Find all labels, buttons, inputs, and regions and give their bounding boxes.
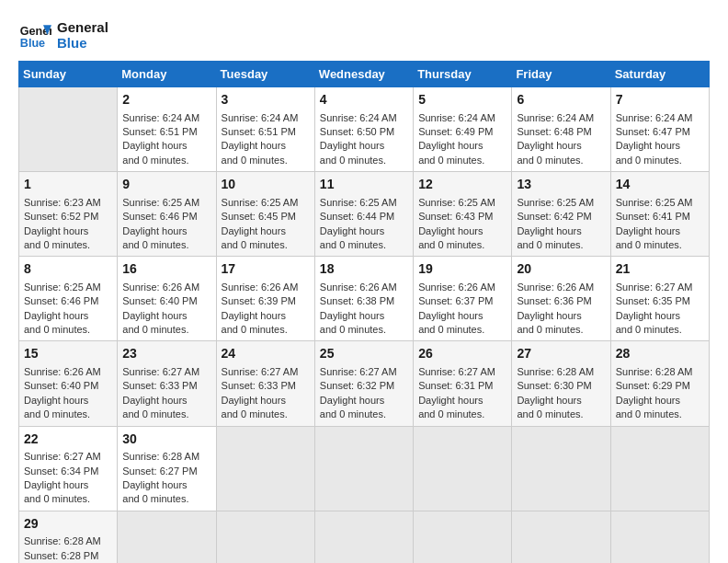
sunset-text: Sunset: 6:42 PM	[517, 211, 591, 222]
calendar-cell	[118, 511, 216, 563]
daylight-suffix: and 0 minutes.	[320, 408, 386, 419]
sunset-text: Sunset: 6:47 PM	[616, 126, 690, 137]
day-number: 18	[320, 260, 408, 279]
daylight-label: Daylight hours	[122, 479, 187, 490]
daylight-label: Daylight hours	[517, 395, 581, 406]
sunset-text: Sunset: 6:45 PM	[222, 211, 296, 222]
calendar-cell: 15Sunrise: 6:26 AMSunset: 6:40 PMDayligh…	[19, 341, 118, 426]
sunset-text: Sunset: 6:29 PM	[616, 380, 690, 391]
daylight-label: Daylight hours	[418, 140, 483, 151]
daylight-suffix: and 0 minutes.	[320, 324, 386, 335]
day-number: 6	[517, 91, 605, 109]
sunrise-text: Sunrise: 6:25 AM	[24, 282, 101, 293]
calendar-cell: 11Sunrise: 6:25 AMSunset: 6:44 PMDayligh…	[314, 172, 413, 257]
calendar-cell: 26Sunrise: 6:27 AMSunset: 6:31 PMDayligh…	[414, 341, 512, 426]
calendar-cell: 5Sunrise: 6:24 AMSunset: 6:49 PMDaylight…	[414, 87, 512, 172]
calendar-cell	[216, 426, 314, 511]
sunset-text: Sunset: 6:43 PM	[418, 211, 493, 222]
day-number: 22	[24, 431, 112, 449]
sunset-text: Sunset: 6:41 PM	[616, 211, 690, 222]
daylight-label: Daylight hours	[517, 310, 581, 321]
day-number: 25	[320, 345, 408, 363]
calendar-cell: 10Sunrise: 6:25 AMSunset: 6:45 PMDayligh…	[216, 172, 314, 257]
calendar-cell: 18Sunrise: 6:26 AMSunset: 6:38 PMDayligh…	[314, 257, 413, 341]
sunset-text: Sunset: 6:46 PM	[24, 295, 98, 306]
logo-blue: Blue	[57, 35, 108, 51]
sunrise-text: Sunrise: 6:25 AM	[418, 197, 495, 208]
calendar-cell: 7Sunrise: 6:24 AMSunset: 6:47 PMDaylight…	[610, 87, 709, 172]
day-number: 20	[517, 260, 605, 279]
daylight-suffix: and 0 minutes.	[24, 408, 90, 419]
daylight-suffix: and 0 minutes.	[418, 408, 484, 419]
calendar-cell	[512, 511, 610, 563]
sunset-text: Sunset: 6:48 PM	[517, 126, 591, 137]
sunrise-text: Sunrise: 6:25 AM	[222, 197, 299, 208]
sunrise-text: Sunrise: 6:26 AM	[222, 282, 299, 293]
daylight-suffix: and 0 minutes.	[616, 239, 682, 250]
day-number: 14	[616, 176, 704, 194]
sunset-text: Sunset: 6:33 PM	[222, 380, 296, 391]
sunrise-text: Sunrise: 6:25 AM	[616, 197, 693, 208]
sunset-text: Sunset: 6:37 PM	[418, 295, 493, 306]
day-number: 12	[418, 176, 506, 194]
daylight-suffix: and 0 minutes.	[24, 239, 90, 250]
day-number: 17	[222, 260, 310, 279]
sunrise-text: Sunrise: 6:26 AM	[517, 282, 594, 293]
calendar-cell: 3Sunrise: 6:24 AMSunset: 6:51 PMDaylight…	[216, 87, 314, 172]
day-header-wednesday: Wednesday	[314, 62, 413, 87]
daylight-label: Daylight hours	[24, 395, 88, 406]
daylight-label: Daylight hours	[122, 310, 187, 321]
day-number: 15	[24, 345, 112, 363]
logo-icon: General Blue	[18, 18, 51, 52]
daylight-label: Daylight hours	[616, 225, 680, 236]
sunrise-text: Sunrise: 6:24 AM	[517, 112, 594, 123]
sunrise-text: Sunrise: 6:27 AM	[320, 366, 397, 377]
daylight-label: Daylight hours	[122, 395, 187, 406]
daylight-suffix: and 0 minutes.	[517, 239, 583, 250]
calendar-week-row: 22Sunrise: 6:27 AMSunset: 6:34 PMDayligh…	[19, 426, 710, 511]
daylight-suffix: and 0 minutes.	[418, 324, 484, 335]
logo: General Blue General Blue	[18, 18, 108, 52]
daylight-label: Daylight hours	[122, 140, 187, 151]
sunrise-text: Sunrise: 6:25 AM	[320, 197, 397, 208]
day-number: 2	[122, 91, 210, 109]
sunset-text: Sunset: 6:32 PM	[320, 380, 394, 391]
day-number: 8	[24, 260, 112, 279]
day-number: 5	[418, 91, 506, 109]
sunrise-text: Sunrise: 6:28 AM	[122, 451, 199, 462]
daylight-label: Daylight hours	[320, 225, 384, 236]
calendar-week-row: 8Sunrise: 6:25 AMSunset: 6:46 PMDaylight…	[19, 257, 710, 341]
calendar-cell	[414, 426, 512, 511]
sunset-text: Sunset: 6:35 PM	[616, 295, 690, 306]
day-number: 11	[320, 176, 408, 194]
daylight-suffix: and 0 minutes.	[24, 493, 90, 504]
sunset-text: Sunset: 6:34 PM	[24, 465, 98, 477]
daylight-label: Daylight hours	[616, 140, 680, 151]
daylight-label: Daylight hours	[222, 225, 286, 236]
sunset-text: Sunset: 6:39 PM	[222, 295, 296, 306]
daylight-label: Daylight hours	[418, 225, 483, 236]
calendar-week-row: 15Sunrise: 6:26 AMSunset: 6:40 PMDayligh…	[19, 341, 710, 426]
sunrise-text: Sunrise: 6:26 AM	[418, 282, 495, 293]
calendar-cell: 20Sunrise: 6:26 AMSunset: 6:36 PMDayligh…	[512, 257, 610, 341]
daylight-suffix: and 0 minutes.	[517, 408, 583, 419]
calendar-cell: 2Sunrise: 6:24 AMSunset: 6:51 PMDaylight…	[118, 87, 216, 172]
sunset-text: Sunset: 6:27 PM	[122, 465, 197, 477]
daylight-label: Daylight hours	[517, 140, 581, 151]
calendar-cell	[216, 511, 314, 563]
day-number: 28	[616, 345, 704, 363]
calendar-cell: 8Sunrise: 6:25 AMSunset: 6:46 PMDaylight…	[19, 257, 118, 341]
day-number: 27	[517, 345, 605, 363]
calendar-cell: 16Sunrise: 6:26 AMSunset: 6:40 PMDayligh…	[118, 257, 216, 341]
sunset-text: Sunset: 6:30 PM	[517, 380, 591, 391]
daylight-label: Daylight hours	[320, 140, 384, 151]
daylight-suffix: and 0 minutes.	[616, 408, 682, 419]
calendar-cell: 1Sunrise: 6:23 AMSunset: 6:52 PMDaylight…	[19, 172, 118, 257]
calendar-cell: 17Sunrise: 6:26 AMSunset: 6:39 PMDayligh…	[216, 257, 314, 341]
day-number: 4	[320, 91, 408, 109]
sunset-text: Sunset: 6:44 PM	[320, 211, 394, 222]
sunrise-text: Sunrise: 6:28 AM	[517, 366, 594, 377]
day-number: 24	[222, 345, 310, 363]
sunrise-text: Sunrise: 6:27 AM	[122, 366, 199, 377]
calendar-cell: 19Sunrise: 6:26 AMSunset: 6:37 PMDayligh…	[414, 257, 512, 341]
